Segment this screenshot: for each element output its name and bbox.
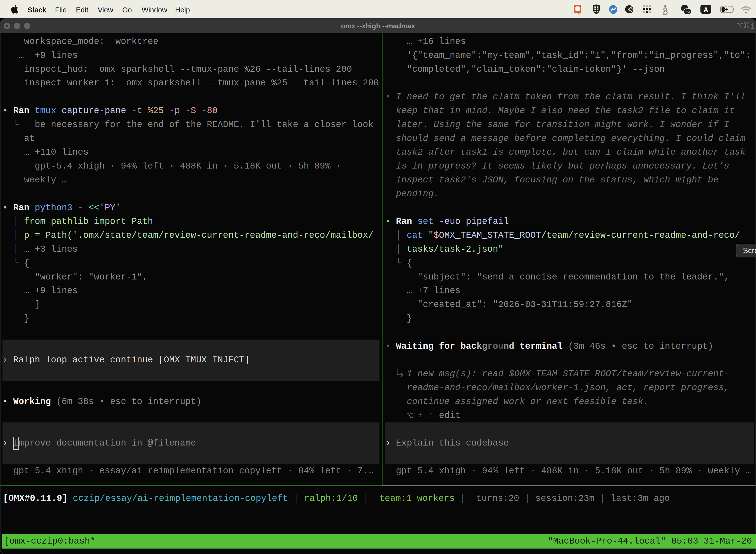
svg-text:A: A xyxy=(704,6,708,13)
svg-text:..61: ..61 xyxy=(684,10,691,14)
